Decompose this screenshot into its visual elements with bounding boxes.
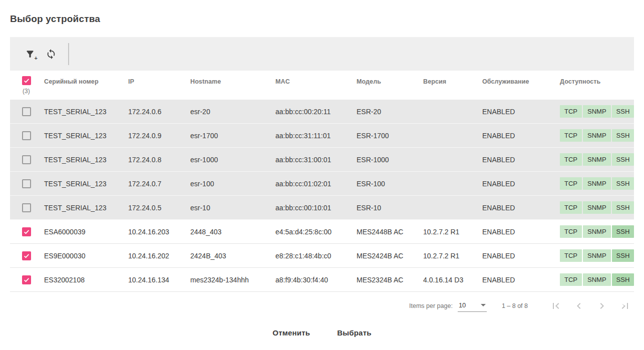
filter-icon bbox=[25, 49, 35, 59]
protocol-chip-strip: TCPSNMPSSH bbox=[560, 129, 634, 142]
table-row: ESA600003910.24.16.2032448_403e4:5a:d4:2… bbox=[10, 220, 634, 244]
protocol-badge-tcp: TCP bbox=[560, 177, 582, 190]
cell-hostname: esr-100 bbox=[190, 180, 275, 188]
cell-maintenance: ENABLED bbox=[482, 204, 560, 212]
row-checkbox[interactable] bbox=[22, 251, 31, 260]
row-checkbox[interactable] bbox=[22, 179, 31, 188]
protocol-badge-ssh: SSH bbox=[612, 177, 634, 190]
cell-maintenance: ENABLED bbox=[482, 156, 560, 164]
first-page-icon bbox=[550, 300, 562, 312]
cell-serial: TEST_SERIAL_123 bbox=[44, 180, 128, 188]
protocol-chip-strip: TCPSNMPSSH bbox=[560, 105, 634, 118]
protocol-badge-tcp: TCP bbox=[560, 129, 582, 142]
cell-mac: aa:bb:cc:31:11:01 bbox=[275, 132, 357, 140]
select-all-cell: (3) bbox=[10, 77, 44, 95]
plus-icon: + bbox=[35, 56, 38, 61]
column-header-model: Модель bbox=[357, 77, 423, 86]
cell-mac: aa:bb:cc:00:10:01 bbox=[275, 204, 357, 212]
chevron-down-icon bbox=[481, 304, 486, 306]
cell-mac: aa:bb:cc:00:20:11 bbox=[275, 108, 357, 116]
row-checkbox[interactable] bbox=[22, 131, 31, 140]
protocol-chip-strip: TCPSNMPSSH bbox=[560, 225, 634, 238]
toolbar: + bbox=[10, 37, 634, 71]
table-row: TEST_SERIAL_123172.24.0.9esr-1700aa:bb:c… bbox=[10, 124, 634, 148]
column-header-availability: Доступность bbox=[560, 77, 634, 86]
chevron-right-icon bbox=[596, 300, 608, 312]
select-all-checkbox[interactable] bbox=[22, 76, 31, 85]
refresh-button[interactable] bbox=[45, 48, 57, 60]
cell-availability: TCPSNMPSSH bbox=[560, 153, 634, 166]
previous-page-button[interactable] bbox=[573, 300, 585, 312]
refresh-icon bbox=[46, 49, 57, 60]
table-row: TEST_SERIAL_123172.24.0.7esr-100aa:bb:cc… bbox=[10, 172, 634, 196]
column-header-serial: Серийный номер bbox=[44, 77, 128, 86]
page-title: Выбор устройства bbox=[10, 14, 634, 25]
row-checkbox[interactable] bbox=[22, 107, 31, 116]
table-row: TEST_SERIAL_123172.24.0.6esr-20aa:bb:cc:… bbox=[10, 100, 634, 124]
row-checkbox-cell bbox=[10, 155, 44, 164]
protocol-chip-strip: TCPSNMPSSH bbox=[560, 201, 634, 214]
table-body: TEST_SERIAL_123172.24.0.6esr-20aa:bb:cc:… bbox=[10, 100, 634, 292]
cell-model: ESR-1000 bbox=[357, 156, 423, 164]
protocol-badge-tcp: TCP bbox=[560, 273, 582, 286]
protocol-badge-ssh: SSH bbox=[612, 249, 634, 262]
select-button[interactable]: Выбрать bbox=[332, 324, 376, 341]
row-checkbox-cell bbox=[10, 251, 44, 260]
cell-hostname: esr-10 bbox=[190, 204, 275, 212]
cell-ip: 10.24.16.202 bbox=[128, 252, 190, 260]
cell-serial: TEST_SERIAL_123 bbox=[44, 204, 128, 212]
cell-availability: TCPSNMPSSH bbox=[560, 129, 634, 142]
protocol-badge-snmp: SNMP bbox=[583, 249, 611, 262]
column-header-mac: MAC bbox=[275, 77, 357, 86]
row-checkbox[interactable] bbox=[22, 275, 31, 284]
cell-ip: 172.24.0.5 bbox=[128, 204, 190, 212]
last-page-button[interactable] bbox=[619, 300, 631, 312]
add-filter-button[interactable]: + bbox=[24, 48, 36, 60]
paginator: Items per page: 10 1 – 8 of 8 bbox=[10, 292, 634, 320]
table-row: TEST_SERIAL_123172.24.0.8esr-1000aa:bb:c… bbox=[10, 148, 634, 172]
cell-serial: ES9E000030 bbox=[44, 252, 128, 260]
cancel-button[interactable]: Отменить bbox=[267, 324, 315, 341]
device-select-dialog: Выбор устройства + (3) С bbox=[0, 14, 644, 341]
protocol-badge-ssh: SSH bbox=[612, 225, 634, 238]
protocol-badge-ssh: SSH bbox=[612, 153, 634, 166]
cell-maintenance: ENABLED bbox=[482, 132, 560, 140]
cell-model: ESR-20 bbox=[357, 108, 423, 116]
page-size-select[interactable]: 10 bbox=[458, 300, 487, 312]
cell-maintenance: ENABLED bbox=[482, 276, 560, 284]
device-table: (3) Серийный номер IP Hostname MAC Модел… bbox=[10, 71, 634, 292]
table-row: ES9E00003010.24.16.2022424B_403e8:28:c1:… bbox=[10, 244, 634, 268]
row-checkbox[interactable] bbox=[22, 227, 31, 236]
protocol-badge-tcp: TCP bbox=[560, 225, 582, 238]
column-header-hostname: Hostname bbox=[190, 77, 275, 86]
cell-hostname: esr-1000 bbox=[190, 156, 275, 164]
selected-count: (3) bbox=[22, 88, 30, 95]
cell-availability: TCPSNMPSSH bbox=[560, 225, 634, 238]
first-page-button[interactable] bbox=[550, 300, 562, 312]
column-header-ip: IP bbox=[128, 77, 190, 86]
cell-ip: 10.24.16.134 bbox=[128, 276, 190, 284]
row-checkbox[interactable] bbox=[22, 203, 31, 212]
protocol-badge-tcp: TCP bbox=[560, 153, 582, 166]
cell-version: 10.2.7.2 R1 bbox=[423, 228, 482, 236]
cell-serial: ESA6000039 bbox=[44, 228, 128, 236]
row-checkbox[interactable] bbox=[22, 155, 31, 164]
row-checkbox-cell bbox=[10, 107, 44, 116]
page-size-value: 10 bbox=[459, 301, 466, 309]
cell-ip: 172.24.0.6 bbox=[128, 108, 190, 116]
protocol-badge-ssh: SSH bbox=[612, 201, 634, 214]
items-per-page-label: Items per page: bbox=[409, 302, 453, 309]
protocol-badge-ssh: SSH bbox=[612, 129, 634, 142]
column-header-version: Версия bbox=[423, 77, 482, 86]
cell-hostname: 2424B_403 bbox=[190, 252, 275, 260]
cell-version: 10.2.7.2 R1 bbox=[423, 252, 482, 260]
cell-hostname: esr-1700 bbox=[190, 132, 275, 140]
next-page-button[interactable] bbox=[596, 300, 608, 312]
cell-mac: e8:28:c1:48:4b:c0 bbox=[275, 252, 357, 260]
cell-model: ESR-100 bbox=[357, 180, 423, 188]
cell-availability: TCPSNMPSSH bbox=[560, 201, 634, 214]
dialog-actions: Отменить Выбрать bbox=[10, 324, 634, 341]
row-checkbox-cell bbox=[10, 179, 44, 188]
protocol-badge-tcp: TCP bbox=[560, 201, 582, 214]
cell-model: ESR-1700 bbox=[357, 132, 423, 140]
